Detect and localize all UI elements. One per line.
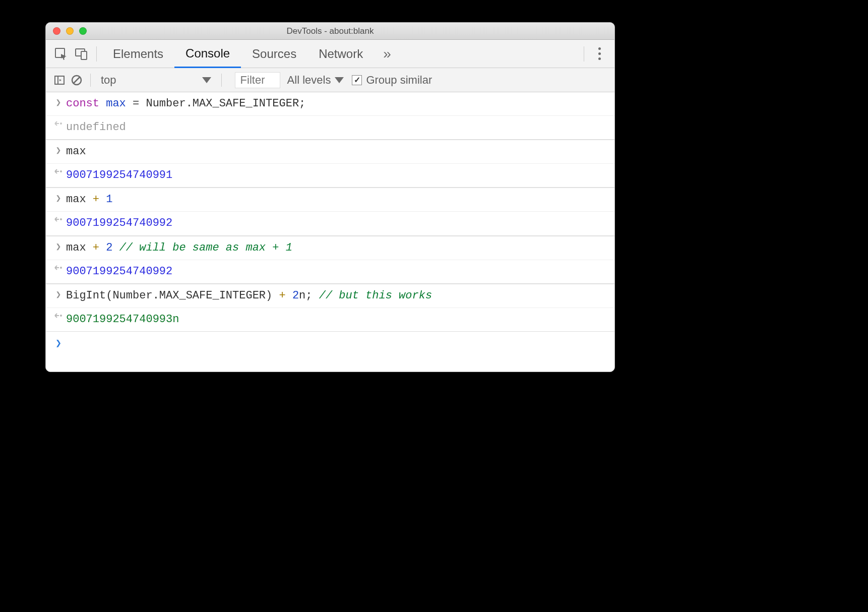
svg-point-7 [60, 170, 62, 172]
execution-context-selector[interactable]: top [96, 74, 216, 87]
output-arrow-icon [51, 215, 66, 223]
input-prompt-icon: ❯ [51, 143, 66, 158]
console-output-value: 9007199254740992 [66, 263, 608, 280]
tab-elements[interactable]: Elements [102, 40, 174, 68]
console-input-code: max + 1 [66, 191, 608, 208]
tab-network[interactable]: Network [307, 40, 374, 68]
settings-menu-button[interactable] [589, 44, 609, 64]
more-tabs-button[interactable]: » [374, 46, 400, 62]
console-output-row: 9007199254740992 [46, 212, 614, 235]
console-input-row: ❯max [46, 140, 614, 164]
filter-input[interactable] [235, 72, 280, 88]
output-arrow-icon [51, 167, 66, 175]
minimize-window-button[interactable] [66, 27, 74, 35]
tab-sources[interactable]: Sources [241, 40, 307, 68]
console-input-code: BigInt(Number.MAX_SAFE_INTEGER) + 2n; //… [66, 287, 608, 304]
svg-point-9 [60, 267, 62, 269]
window-controls [46, 27, 87, 35]
toolbar: Elements Console Sources Network » [46, 40, 614, 68]
console-input-row: ❯const max = Number.MAX_SAFE_INTEGER; [46, 92, 614, 116]
inspect-element-icon[interactable] [51, 44, 71, 64]
clear-console-icon[interactable] [68, 70, 85, 90]
levels-label: All levels [287, 74, 331, 87]
group-similar-checkbox[interactable] [352, 75, 362, 85]
console-output-value: 9007199254740991 [66, 167, 608, 184]
prompt-icon: ❯ [51, 335, 66, 351]
console-output-row: 9007199254740993n [46, 308, 614, 332]
titlebar: DevTools - about:blank [46, 23, 614, 40]
toolbar-divider [584, 46, 584, 62]
group-similar-label: Group similar [366, 74, 432, 87]
console-output-value: 9007199254740993n [66, 311, 608, 328]
input-prompt-icon: ❯ [51, 239, 66, 255]
input-prompt-icon: ❯ [51, 287, 66, 302]
output-arrow-icon [51, 311, 66, 319]
svg-rect-2 [81, 51, 87, 59]
console-input-code: const max = Number.MAX_SAFE_INTEGER; [66, 95, 608, 112]
input-prompt-icon: ❯ [51, 191, 66, 206]
console-output-row: 9007199254740991 [46, 164, 614, 188]
log-levels-selector[interactable]: All levels [287, 74, 344, 87]
input-prompt-icon: ❯ [51, 95, 66, 110]
console-output-value: 9007199254740992 [66, 215, 608, 232]
chevron-down-icon [335, 77, 344, 83]
console-input-code: max [66, 143, 608, 160]
context-label: top [101, 74, 116, 87]
console-filter-bar: top All levels Group similar [46, 68, 614, 92]
console-output-row: 9007199254740992 [46, 260, 614, 284]
console-input-code: max + 2 // will be same as max + 1 [66, 239, 608, 257]
console-input-row: ❯max + 2 // will be same as max + 1 [46, 236, 614, 260]
console-input-row: ❯BigInt(Number.MAX_SAFE_INTEGER) + 2n; /… [46, 284, 614, 308]
console-output-row: undefined [46, 116, 614, 140]
toolbar-divider [221, 74, 222, 87]
close-window-button[interactable] [53, 27, 60, 35]
console-output: ❯const max = Number.MAX_SAFE_INTEGER;und… [46, 92, 614, 372]
svg-point-10 [60, 315, 62, 317]
toolbar-divider [96, 46, 97, 62]
svg-point-8 [60, 218, 62, 220]
zoom-window-button[interactable] [79, 27, 87, 35]
toolbar-divider [90, 74, 91, 87]
console-output-value: undefined [66, 119, 608, 136]
toggle-console-sidebar-icon[interactable] [51, 70, 68, 90]
svg-point-6 [60, 123, 62, 125]
svg-line-5 [74, 77, 80, 83]
output-arrow-icon [51, 263, 66, 271]
device-toolbar-icon[interactable] [71, 44, 91, 64]
chevron-down-icon [202, 77, 211, 83]
tab-console[interactable]: Console [174, 40, 241, 68]
console-prompt[interactable]: ❯ [46, 332, 614, 372]
window-title: DevTools - about:blank [46, 26, 614, 36]
console-input-row: ❯max + 1 [46, 188, 614, 212]
devtools-window: DevTools - about:blank Elements Console … [45, 22, 615, 372]
output-arrow-icon [51, 119, 66, 127]
